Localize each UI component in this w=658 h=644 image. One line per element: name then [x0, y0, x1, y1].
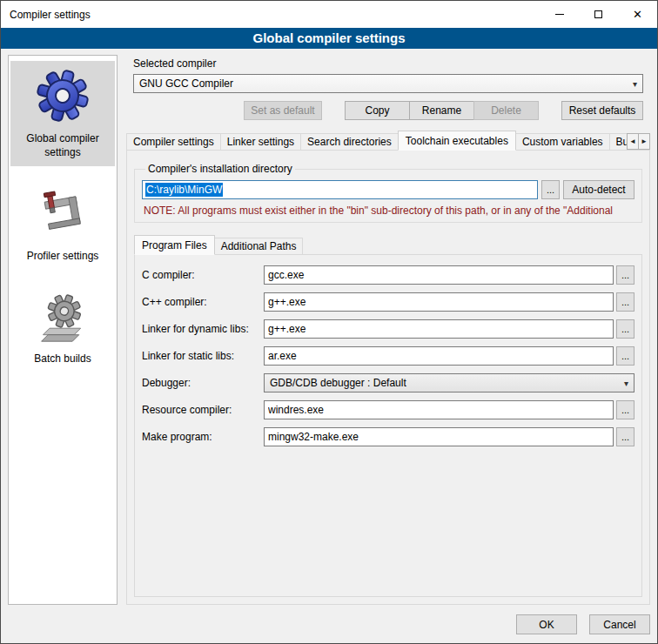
field-row: Debugger: GDB/CDB debugger : Default ▾ — [142, 373, 634, 392]
ok-button[interactable]: OK — [516, 614, 577, 634]
c-compiler-input[interactable] — [264, 265, 614, 285]
cpp-compiler-input[interactable] — [264, 292, 614, 312]
compiler-select[interactable]: GNU GCC Compiler ▾ — [133, 74, 643, 93]
close-icon: ✕ — [633, 9, 642, 20]
selected-compiler-label: Selected compiler — [133, 57, 643, 70]
sidebar: Global compiler settings — [8, 55, 118, 605]
sidebar-item-batch-builds[interactable]: Batch builds — [10, 285, 115, 373]
make-program-input[interactable] — [264, 427, 614, 446]
tab-scroll-left-button[interactable]: ◄ — [627, 133, 639, 150]
browse-button[interactable]: ... — [616, 346, 634, 366]
maximize-button[interactable] — [579, 1, 618, 28]
browse-button[interactable]: ... — [616, 400, 634, 419]
tab-additional-paths[interactable]: Additional Paths — [214, 238, 304, 255]
tab-compiler-settings[interactable]: Compiler settings — [126, 133, 221, 151]
tab-scroll-controls: ◄ ► — [627, 133, 650, 150]
cancel-button[interactable]: Cancel — [589, 614, 650, 634]
field-label: Linker for static libs: — [142, 350, 264, 362]
dialog-footer: OK Cancel — [1, 608, 657, 643]
browse-button[interactable]: ... — [616, 265, 634, 285]
settings-tabstrip: Compiler settings Linker settings Search… — [126, 131, 650, 151]
field-label: Linker for dynamic libs: — [142, 323, 264, 335]
browse-button[interactable]: ... — [616, 319, 634, 339]
maximize-icon — [594, 10, 602, 18]
compiler-settings-window: Compiler settings ✕ Global compiler sett… — [0, 0, 658, 644]
browse-button[interactable]: ... — [616, 292, 634, 312]
window-title: Compiler settings — [1, 9, 540, 21]
rename-button[interactable]: Rename — [409, 101, 474, 120]
tab-search-directories[interactable]: Search directories — [300, 133, 399, 151]
field-row: Linker for static libs: ... — [142, 346, 634, 366]
titlebar: Compiler settings ✕ — [1, 1, 657, 28]
field-label: C++ compiler: — [142, 296, 264, 308]
arrow-right-icon: ► — [641, 138, 648, 145]
gray-gear-icon — [37, 292, 89, 344]
dialog-header-title: Global compiler settings — [1, 28, 657, 49]
toolchain-executables-panel: Compiler's installation directory C:\ray… — [126, 150, 650, 605]
reset-defaults-button[interactable]: Reset defaults — [561, 101, 643, 120]
tab-linker-settings[interactable]: Linker settings — [220, 133, 301, 151]
field-row: Linker for dynamic libs: ... — [142, 319, 634, 339]
resource-compiler-input[interactable] — [264, 400, 614, 419]
debugger-select-value: GDB/CDB debugger : Default — [270, 377, 406, 389]
browse-button[interactable]: ... — [616, 427, 634, 446]
main-panel: Selected compiler GNU GCC Compiler ▾ Set… — [126, 55, 650, 605]
field-label: Make program: — [142, 431, 264, 443]
install-dir-input[interactable]: C:\raylib\MinGW — [142, 180, 538, 199]
tab-scroll-right-button[interactable]: ► — [638, 133, 650, 150]
installation-directory-group: Compiler's installation directory C:\ray… — [134, 163, 642, 223]
chevron-down-icon: ▾ — [619, 379, 628, 388]
arrow-left-icon: ◄ — [629, 138, 636, 145]
minimize-icon — [555, 14, 564, 15]
field-label: C compiler: — [142, 269, 264, 281]
spacer — [539, 111, 561, 111]
program-files-panel: C compiler: ... C++ compiler: ... Linker… — [134, 254, 642, 597]
minimize-button[interactable] — [540, 1, 579, 28]
sidebar-item-label: Global compiler settings — [12, 132, 113, 159]
sidebar-item-label: Profiler settings — [27, 250, 99, 264]
install-dir-selected-text: C:\raylib\MinGW — [145, 183, 223, 197]
clamp-icon — [37, 187, 88, 241]
sidebar-item-global-compiler-settings[interactable]: Global compiler settings — [10, 61, 115, 166]
delete-button[interactable]: Delete — [473, 101, 539, 120]
close-button[interactable]: ✕ — [618, 1, 657, 28]
field-row: C compiler: ... — [142, 265, 634, 285]
field-label: Debugger: — [142, 377, 264, 389]
debugger-select[interactable]: GDB/CDB debugger : Default ▾ — [264, 373, 634, 392]
set-as-default-button[interactable]: Set as default — [244, 101, 322, 120]
installation-directory-title: Compiler's installation directory — [145, 163, 295, 175]
chevron-down-icon: ▾ — [628, 79, 637, 89]
dynamic-libs-linker-input[interactable] — [264, 319, 614, 339]
sidebar-item-profiler-settings[interactable]: Profiler settings — [10, 180, 115, 271]
field-row: Make program: ... — [142, 427, 634, 446]
install-dir-note: NOTE: All programs must exist either in … — [144, 205, 634, 217]
field-label: Resource compiler: — [142, 404, 264, 416]
dialog-body: Global compiler settings — [1, 49, 657, 608]
tab-toolchain-executables[interactable]: Toolchain executables — [398, 131, 516, 151]
field-row: C++ compiler: ... — [142, 292, 634, 312]
spacer — [322, 111, 345, 111]
static-libs-linker-input[interactable] — [264, 346, 614, 366]
compiler-select-value: GNU GCC Compiler — [139, 77, 233, 90]
field-row: Resource compiler: ... — [142, 400, 634, 419]
installation-directory-row: C:\raylib\MinGW ... Auto-detect — [142, 180, 634, 199]
copy-button[interactable]: Copy — [345, 101, 410, 120]
sidebar-item-label: Batch builds — [34, 352, 91, 366]
tab-custom-variables[interactable]: Custom variables — [515, 133, 610, 151]
paths-tabstrip: Program Files Additional Paths — [134, 235, 642, 255]
compiler-action-buttons: Set as default Copy Rename Delete Reset … — [133, 101, 643, 120]
browse-install-dir-button[interactable]: ... — [541, 180, 560, 199]
blue-gear-icon — [35, 68, 91, 124]
tab-program-files[interactable]: Program Files — [134, 235, 215, 255]
auto-detect-button[interactable]: Auto-detect — [563, 180, 634, 199]
